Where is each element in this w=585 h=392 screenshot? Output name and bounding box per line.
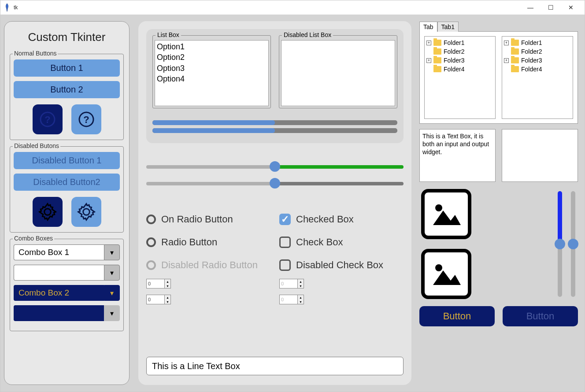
checkbox-disabled: Disabled Check Box	[279, 259, 404, 271]
expand-icon[interactable]: +	[426, 41, 431, 45]
list-box: List Box Option1 Option2 Option3 Option4	[152, 35, 271, 108]
button-1[interactable]: Button 1	[14, 59, 120, 77]
expand-icon[interactable]: +	[426, 58, 431, 63]
folder-icon	[511, 40, 519, 46]
disabled-list-box: Disabled List Box	[279, 35, 397, 108]
tree-node[interactable]: +Folder1	[504, 38, 571, 47]
chevron-down-icon[interactable]: ▾	[104, 285, 120, 301]
list-box-content[interactable]: Option1 Option2 Option3 Option4	[155, 40, 269, 106]
tree-view-2[interactable]: +Folder1Folder2+Folder3Folder4	[502, 36, 573, 119]
tree-label: Folder1	[521, 39, 542, 46]
svg-text:?: ?	[83, 114, 89, 125]
tree-node[interactable]: +Folder3	[504, 56, 571, 65]
list-item[interactable]: Option2	[157, 52, 267, 63]
tree-node[interactable]: +Folder1	[426, 38, 493, 47]
help-button-dark[interactable]: ?	[33, 104, 63, 134]
disabled-list-box-content	[281, 40, 395, 106]
disabled-button-2: Disabled Button2	[14, 174, 120, 191]
tree-label: Folder2	[444, 48, 464, 55]
tree-label: Folder1	[444, 39, 464, 46]
tree-node[interactable]: +Folder3	[426, 56, 493, 65]
combo-box-empty-2[interactable]: ▾	[14, 305, 120, 321]
folder-icon	[511, 48, 519, 55]
expand-icon[interactable]: +	[504, 41, 509, 45]
button-disabled: Button	[503, 306, 578, 326]
button-2[interactable]: Button 2	[14, 81, 120, 98]
combo-box-2[interactable]: Combo Box 2▾	[14, 285, 120, 301]
help-button-light[interactable]: ?	[71, 104, 101, 134]
tree-node[interactable]: Folder4	[504, 65, 571, 74]
line-text-input[interactable]	[146, 357, 404, 375]
tree-node[interactable]: Folder4	[426, 65, 493, 74]
question-icon: ?	[39, 111, 56, 128]
folder-icon	[433, 57, 441, 63]
center-panel: List Box Option1 Option2 Option3 Option4…	[138, 21, 411, 385]
spinbox-4: 0▲▼	[279, 295, 304, 304]
list-item[interactable]: Option3	[157, 63, 267, 74]
vertical-slider-1[interactable]	[558, 191, 562, 297]
expand-icon[interactable]: +	[504, 58, 509, 63]
radio-off[interactable]: Radio Button	[146, 237, 270, 248]
folder-icon	[433, 48, 441, 55]
gear-icon	[38, 202, 57, 222]
folder-icon	[433, 66, 441, 72]
button-enabled[interactable]: Button	[419, 306, 495, 326]
gear-icon	[77, 202, 96, 222]
disabled-buttons-group: Disabled Butons Disabled Button 1 Disabl…	[10, 146, 124, 233]
radio-disabled: Disabled Radio Button	[146, 259, 270, 271]
window-title: tk	[14, 4, 520, 11]
settings-button-light	[71, 197, 101, 227]
maximize-button[interactable]: ☐	[541, 0, 561, 15]
progress-bar-1	[152, 120, 397, 125]
spinbox-2: 0▲▼	[279, 279, 304, 288]
tree-label: Folder4	[444, 66, 464, 73]
chevron-down-icon[interactable]: ▾	[104, 265, 120, 281]
chevron-down-icon[interactable]: ▾	[104, 305, 120, 321]
text-box-2[interactable]	[502, 129, 578, 182]
combo-box-empty-1[interactable]: ▾	[14, 265, 120, 281]
tree-label: Folder2	[521, 48, 542, 55]
svg-point-4	[435, 204, 442, 211]
folder-icon	[433, 40, 441, 46]
tab-0[interactable]: Tab	[419, 22, 437, 32]
sidebar-heading: Custom Tkinter	[10, 30, 124, 44]
image-icon	[431, 201, 462, 227]
image-placeholder-2	[421, 249, 471, 299]
chevron-down-icon[interactable]: ▾	[104, 244, 120, 260]
progress-bar-2	[152, 128, 397, 133]
spinbox-1[interactable]: 0▲▼	[146, 279, 171, 288]
sidebar: Custom Tkinter Normal Buttons Button 1 B…	[4, 21, 130, 385]
titlebar: tk — ☐ ✕	[0, 0, 585, 15]
spinbox-3[interactable]: 0▲▼	[146, 295, 171, 304]
minimize-button[interactable]: —	[520, 0, 541, 15]
tree-label: Folder4	[521, 66, 542, 73]
image-placeholder-1	[421, 189, 471, 239]
close-button[interactable]: ✕	[561, 0, 581, 15]
tree-view-1[interactable]: +Folder1Folder2+Folder3Folder4	[424, 36, 496, 119]
question-icon: ?	[78, 111, 95, 128]
tree-node[interactable]: Folder2	[504, 47, 571, 56]
svg-text:?: ?	[44, 114, 50, 125]
checkbox-unchecked[interactable]: Check Box	[279, 237, 404, 248]
slider-2[interactable]	[146, 180, 404, 186]
tab-1[interactable]: Tab1	[437, 22, 459, 32]
right-panel: Tab Tab1 +Folder1Folder2+Folder3Folder4 …	[419, 21, 578, 385]
text-box-1[interactable]: This is a Text Box, it is both an input …	[419, 129, 496, 182]
combo-boxes-group: Combo Boxes Combo Box 1▾ ▾ Combo Box 2▾ …	[10, 239, 124, 331]
tree-label: Folder3	[521, 57, 542, 64]
folder-icon	[511, 57, 519, 63]
settings-button-dark	[33, 197, 63, 227]
checkbox-checked[interactable]: ✓Checked Box	[279, 214, 404, 225]
tree-label: Folder3	[444, 57, 464, 64]
image-icon	[431, 261, 462, 287]
slider-1[interactable]	[146, 163, 404, 170]
tree-node[interactable]: Folder2	[426, 47, 493, 56]
folder-icon	[511, 66, 519, 72]
list-item[interactable]: Option4	[157, 74, 267, 84]
list-item[interactable]: Option1	[157, 41, 267, 52]
normal-buttons-group: Normal Buttons Button 1 Button 2 ? ?	[10, 54, 124, 140]
svg-point-5	[435, 264, 442, 271]
vertical-slider-2[interactable]	[571, 191, 575, 297]
combo-box-1[interactable]: Combo Box 1▾	[14, 244, 120, 260]
radio-on[interactable]: On Radio Button	[146, 214, 270, 225]
